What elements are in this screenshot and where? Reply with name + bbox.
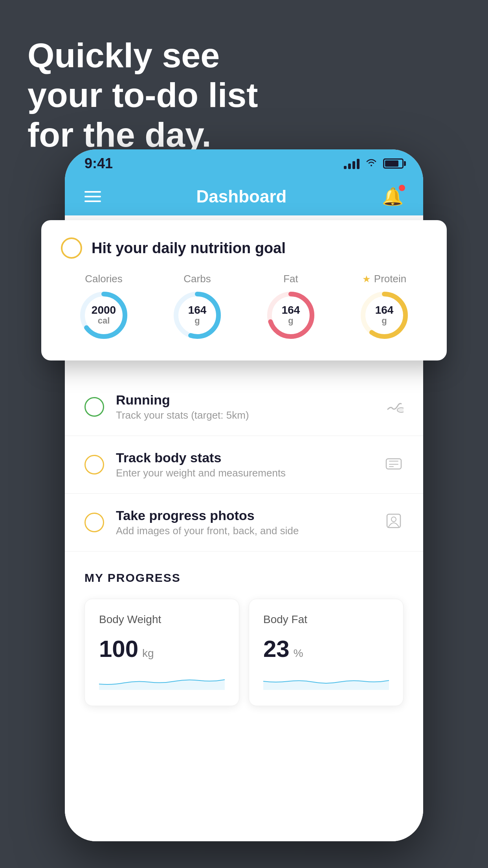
body-fat-unit: % bbox=[294, 647, 303, 660]
protein-label-row: ★ Protein bbox=[362, 273, 406, 285]
calories-label: Calories bbox=[85, 273, 122, 285]
progress-section: MY PROGRESS Body Weight 100 kg Body Fat bbox=[65, 552, 423, 718]
body-weight-value-row: 100 kg bbox=[99, 635, 225, 662]
calories-ring: 2000 cal bbox=[78, 290, 129, 341]
todo-circle-body-stats bbox=[84, 455, 104, 474]
carbs-unit: g bbox=[188, 316, 207, 326]
nutrition-check-circle[interactable] bbox=[61, 237, 82, 259]
headline-line3: for the day. bbox=[28, 115, 258, 154]
todo-list: Running Track your stats (target: 5km) T… bbox=[65, 378, 423, 552]
body-weight-value: 100 bbox=[99, 635, 138, 662]
status-icons bbox=[344, 157, 404, 170]
body-weight-sparkline bbox=[99, 670, 225, 690]
body-fat-value-row: 23 % bbox=[263, 635, 389, 662]
wifi-icon bbox=[365, 157, 378, 170]
nav-title: Dashboard bbox=[196, 187, 287, 206]
headline-line2: your to-do list bbox=[28, 75, 258, 115]
status-time: 9:41 bbox=[84, 155, 113, 172]
body-fat-card: Body Fat 23 % bbox=[249, 599, 404, 706]
notification-dot bbox=[399, 185, 405, 191]
card-title-row: Hit your daily nutrition goal bbox=[61, 237, 427, 259]
list-item[interactable]: Take progress photos Add images of your … bbox=[65, 494, 423, 552]
calories-value: 2000 bbox=[92, 305, 116, 316]
carbs-value: 164 bbox=[188, 305, 207, 316]
calories-unit: cal bbox=[92, 316, 116, 326]
fat-item: Fat 164 g bbox=[265, 273, 316, 341]
fat-value: 164 bbox=[282, 305, 300, 316]
body-fat-value: 23 bbox=[263, 635, 290, 662]
todo-text-body-stats: Track body stats Enter your weight and m… bbox=[116, 450, 372, 479]
headline-line1: Quickly see bbox=[28, 35, 258, 75]
body-weight-label: Body Weight bbox=[99, 613, 225, 626]
protein-unit: g bbox=[375, 316, 394, 326]
star-icon: ★ bbox=[362, 274, 371, 285]
carbs-label: Carbs bbox=[183, 273, 211, 285]
todo-circle-running bbox=[84, 397, 104, 417]
body-weight-unit: kg bbox=[142, 647, 154, 660]
progress-title: MY PROGRESS bbox=[84, 571, 404, 585]
body-weight-card: Body Weight 100 kg bbox=[84, 599, 239, 706]
svg-point-0 bbox=[397, 408, 404, 412]
protein-value: 164 bbox=[375, 305, 394, 316]
todo-text-photos: Take progress photos Add images of your … bbox=[116, 508, 372, 537]
todo-circle-photos bbox=[84, 513, 104, 532]
protein-ring: 164 g bbox=[359, 290, 410, 341]
list-item[interactable]: Running Track your stats (target: 5km) bbox=[65, 378, 423, 436]
bell-icon[interactable]: 🔔 bbox=[382, 186, 404, 207]
carbs-ring: 164 g bbox=[172, 290, 223, 341]
portrait-icon bbox=[384, 511, 404, 534]
scale-icon bbox=[384, 453, 404, 476]
fat-ring: 164 g bbox=[265, 290, 316, 341]
nutrition-card: Hit your daily nutrition goal Calories 2… bbox=[41, 220, 447, 360]
list-item[interactable]: Track body stats Enter your weight and m… bbox=[65, 436, 423, 494]
fat-label: Fat bbox=[283, 273, 298, 285]
calories-item: Calories 2000 cal bbox=[78, 273, 129, 341]
body-fat-label: Body Fat bbox=[263, 613, 389, 626]
hamburger-menu[interactable] bbox=[84, 191, 101, 202]
protein-label: Protein bbox=[374, 273, 406, 285]
nav-bar: Dashboard 🔔 bbox=[65, 178, 423, 215]
status-bar: 9:41 bbox=[65, 149, 423, 178]
battery-icon bbox=[383, 158, 404, 169]
running-icon bbox=[384, 397, 404, 417]
nutrition-grid: Calories 2000 cal Carbs bbox=[61, 273, 427, 341]
signal-icon bbox=[344, 158, 360, 169]
progress-cards: Body Weight 100 kg Body Fat 23 % bbox=[84, 599, 404, 706]
protein-item: ★ Protein 164 g bbox=[359, 273, 410, 341]
nutrition-card-title: Hit your daily nutrition goal bbox=[92, 240, 286, 257]
body-fat-sparkline bbox=[263, 670, 389, 690]
headline: Quickly see your to-do list for the day. bbox=[28, 35, 258, 155]
todo-text-running: Running Track your stats (target: 5km) bbox=[116, 392, 372, 421]
carbs-item: Carbs 164 g bbox=[172, 273, 223, 341]
fat-unit: g bbox=[282, 316, 300, 326]
